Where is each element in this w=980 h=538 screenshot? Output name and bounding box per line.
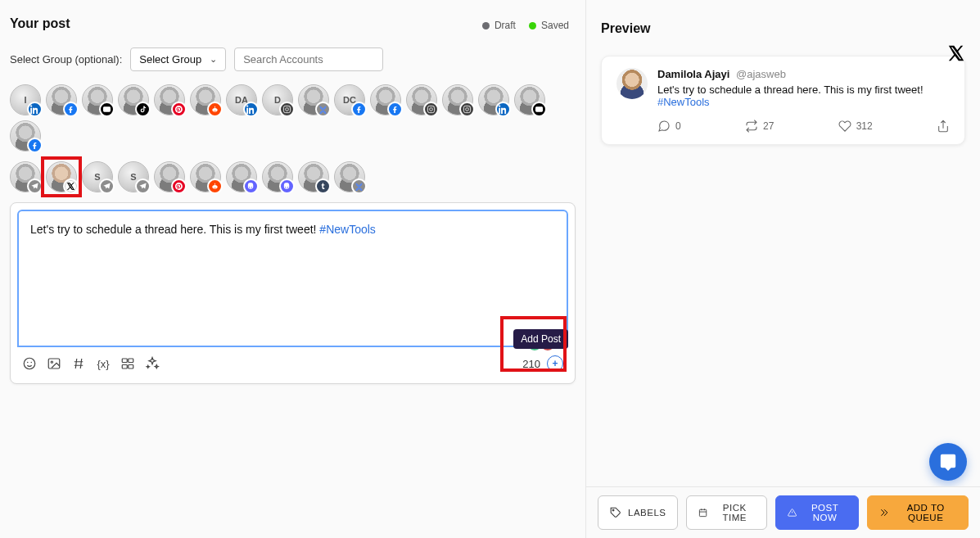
tweet-retweets[interactable]: 27 bbox=[745, 120, 774, 133]
account-acct-26[interactable] bbox=[334, 161, 365, 192]
instagram-icon bbox=[459, 102, 475, 117]
ai-icon[interactable] bbox=[145, 356, 160, 371]
account-acct-20[interactable]: S bbox=[118, 161, 149, 192]
composer: Let's try to schedule a thread here. Thi… bbox=[10, 202, 576, 384]
account-acct-4[interactable] bbox=[118, 84, 149, 115]
account-acct-6[interactable] bbox=[190, 84, 221, 115]
hashtag-icon[interactable] bbox=[71, 356, 86, 371]
telegram-icon bbox=[99, 179, 115, 194]
svg-point-17 bbox=[51, 361, 52, 363]
svg-point-9 bbox=[466, 108, 469, 111]
account-acct-9[interactable] bbox=[298, 84, 329, 115]
tweet-author-name: Damilola Ajayi bbox=[657, 68, 729, 80]
svg-point-13 bbox=[24, 358, 35, 369]
add-post-button[interactable]: + bbox=[547, 355, 563, 372]
account-acct-25[interactable] bbox=[298, 161, 329, 192]
char-counter: 210 bbox=[522, 358, 540, 370]
svg-rect-8 bbox=[463, 106, 470, 112]
account-acct-7[interactable]: DA bbox=[226, 84, 257, 115]
account-acct-17[interactable] bbox=[10, 161, 41, 192]
variable-icon[interactable]: {x} bbox=[96, 356, 111, 371]
tweet-author-handle: @ajasweb bbox=[736, 68, 786, 80]
tweet-replies[interactable]: 0 bbox=[657, 120, 681, 133]
pinterest-icon bbox=[171, 102, 187, 117]
reddit-icon bbox=[207, 179, 223, 194]
account-acct-16[interactable] bbox=[10, 120, 41, 151]
svg-rect-21 bbox=[129, 365, 133, 369]
svg-rect-2 bbox=[283, 106, 290, 112]
compose-textarea[interactable]: Let's try to schedule a thread here. Thi… bbox=[17, 210, 568, 347]
linkedin-icon bbox=[243, 102, 259, 117]
search-accounts-input[interactable] bbox=[234, 47, 383, 71]
svg-point-6 bbox=[430, 108, 433, 111]
account-acct-2[interactable] bbox=[46, 84, 77, 115]
svg-point-10 bbox=[469, 107, 470, 108]
account-acct-18[interactable] bbox=[46, 161, 77, 192]
labels-button[interactable]: LABELS bbox=[598, 495, 678, 530]
footer-bar: LABELS PICK TIME POST NOW ADD TO QUEUE bbox=[586, 486, 980, 538]
status-draft: Draft bbox=[482, 20, 516, 31]
emoji-icon[interactable] bbox=[22, 356, 37, 371]
image-icon[interactable] bbox=[47, 356, 61, 371]
chevron-down-icon: ⌄ bbox=[210, 54, 217, 65]
add-post-tooltip: Add Post bbox=[513, 329, 568, 349]
template-icon[interactable] bbox=[120, 356, 135, 371]
bluesky-icon bbox=[351, 179, 367, 194]
account-acct-11[interactable] bbox=[370, 84, 401, 115]
tweet-likes[interactable]: 312 bbox=[838, 120, 873, 133]
reddit-icon bbox=[207, 102, 223, 117]
account-acct-12[interactable] bbox=[406, 84, 437, 115]
x-icon bbox=[63, 179, 79, 194]
tweet-text: Let's try to schedule a thread here. Thi… bbox=[657, 84, 924, 96]
mastodon-icon bbox=[243, 179, 259, 194]
account-acct-23[interactable] bbox=[226, 161, 257, 192]
status-saved: Saved bbox=[529, 20, 569, 31]
facebook-icon bbox=[351, 102, 367, 117]
compose-toolbar: {x} Add Post 210 + bbox=[11, 347, 575, 383]
account-acct-5[interactable] bbox=[154, 84, 185, 115]
account-acct-24[interactable] bbox=[262, 161, 293, 192]
mastodon-icon bbox=[279, 179, 295, 194]
account-acct-10[interactable]: DC bbox=[334, 84, 365, 115]
svg-point-22 bbox=[612, 509, 614, 511]
linkedin-icon bbox=[495, 102, 511, 117]
telegram-icon bbox=[135, 179, 151, 194]
account-acct-1[interactable]: I bbox=[10, 84, 41, 115]
select-group-dropdown[interactable]: Select Group ⌄ bbox=[130, 47, 226, 71]
compose-text: Let's try to schedule a thread here. Thi… bbox=[30, 223, 319, 236]
linkedin-icon bbox=[27, 102, 43, 117]
svg-point-14 bbox=[27, 362, 29, 364]
tweet-preview-card: Damilola Ajayi @ajasweb Let's try to sch… bbox=[601, 56, 965, 145]
account-acct-14[interactable] bbox=[478, 84, 509, 115]
x-logo-icon bbox=[947, 44, 965, 62]
svg-rect-16 bbox=[48, 359, 60, 368]
account-acct-22[interactable] bbox=[190, 161, 221, 192]
svg-point-4 bbox=[289, 107, 290, 108]
svg-rect-18 bbox=[122, 359, 127, 363]
svg-rect-20 bbox=[122, 365, 127, 369]
account-acct-21[interactable] bbox=[154, 161, 185, 192]
bluesky-icon bbox=[315, 102, 331, 117]
svg-point-15 bbox=[31, 362, 33, 364]
facebook-icon bbox=[63, 102, 79, 117]
svg-rect-23 bbox=[700, 509, 707, 516]
account-acct-19[interactable]: S bbox=[82, 161, 113, 192]
instagram-icon bbox=[279, 102, 295, 117]
account-acct-8[interactable]: D bbox=[262, 84, 293, 115]
select-group-label: Select Group (optional): bbox=[10, 53, 122, 66]
tweet-share[interactable] bbox=[937, 120, 950, 133]
account-acct-13[interactable] bbox=[442, 84, 473, 115]
facebook-icon bbox=[27, 138, 43, 153]
youtube-icon bbox=[99, 102, 115, 117]
tweet-hashtag: #NewTools bbox=[657, 96, 710, 108]
instagram-icon bbox=[423, 102, 439, 117]
preview-title: Preview bbox=[601, 21, 965, 36]
facebook-icon bbox=[387, 102, 403, 117]
account-acct-15[interactable] bbox=[514, 84, 545, 115]
account-acct-3[interactable] bbox=[82, 84, 113, 115]
add-to-queue-button[interactable]: ADD TO QUEUE bbox=[867, 495, 969, 530]
pick-time-button[interactable]: PICK TIME bbox=[686, 495, 766, 530]
intercom-launcher[interactable] bbox=[929, 443, 967, 481]
telegram-icon bbox=[27, 179, 43, 194]
post-now-button[interactable]: POST NOW bbox=[775, 495, 859, 530]
